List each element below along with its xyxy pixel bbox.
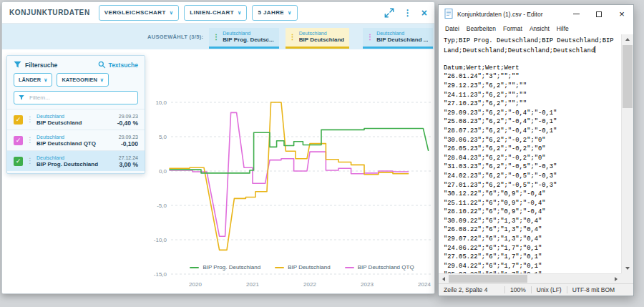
csv-text-line: "26.05.23";"6,2";"-0,2";"0" [444,145,620,154]
svg-text:2022: 2022 [303,281,316,288]
series-name: BIP Deutschland QTQ [36,140,96,147]
csv-text-line: "27.05.22";"6";"1,7";"0,1" [444,253,620,262]
toolbar-dropdown[interactable]: LINIEN-CHART∨ [184,5,247,21]
chip-series-name: BIP Deutschland ... [376,36,428,44]
filter-dropdown-kategorien[interactable]: KATEGORIEN∨ [57,73,109,87]
editor-title-bar: Konjunkturdaten (1).csv - Editor × [439,5,633,23]
toolbar-dropdown[interactable]: VERGLEICHSCHART∨ [99,5,180,21]
selected-series-chip[interactable]: ⋮DeutschlandBIP Deutschland ... [363,28,433,49]
legend-swatch [275,267,284,268]
series-value: -0,40 % [117,120,138,127]
expand-icon[interactable] [384,8,394,18]
search-icon [98,61,106,69]
filter-input[interactable] [28,94,133,102]
legend-item: BIP Prog. Deutschland [190,264,260,271]
scroll-left-icon[interactable] [439,274,449,283]
series-checkbox[interactable]: ✓ [14,115,23,125]
status-cell: Zeile 2, Spalte 4 [439,286,504,293]
scroll-down-icon[interactable] [622,263,633,273]
filter-input-wrap [14,91,138,104]
kebab-menu-icon[interactable]: ⋮ [404,8,412,18]
selected-series-chip[interactable]: ⋮DeutschlandBIP Prog. Deutsc... [209,28,278,49]
item-kebab-icon[interactable]: ⋮ [26,157,34,165]
chip-kebab-icon[interactable]: ⋮ [213,34,220,41]
series-list-item[interactable]: ✓⋮DeutschlandBIP Prog. Deutschland27.12.… [7,150,145,171]
csv-text-line: "28.10.22";"6";"0,9";"-0,4" [444,208,620,217]
legend-swatch [190,267,199,268]
series-list-item[interactable]: ✓⋮DeutschlandBIP Deutschland QTQ29.09.23… [7,130,145,150]
series-name: BIP Prog. Deutschland [36,161,98,168]
status-cell: 100% [504,286,531,293]
chip-series-name: BIP Prog. Deutsc... [223,36,273,44]
svg-text:0,0: 0,0 [159,168,167,175]
series-checkbox[interactable]: ✓ [14,157,23,166]
series-date: 27.12.24 [119,155,138,161]
vertical-scroll-thumb[interactable] [623,45,633,108]
csv-text-line: "28.07.23";"6,2";"-0,4";"-0,1" [444,127,620,136]
chevron-down-icon: ∨ [288,10,292,15]
scroll-up-icon[interactable] [622,34,633,44]
svg-text:2020: 2020 [189,281,202,288]
legend-swatch [345,267,354,268]
chip-kebab-icon[interactable]: ⋮ [289,34,296,41]
selected-series-chip[interactable]: ⋮DeutschlandBIP Deutschland [286,28,349,49]
svg-text:2021: 2021 [246,281,259,288]
csv-text-line: "27.01.23";"6,2";"-0,5";"-0,3" [444,181,620,190]
csv-text-line: Land;Deutschland;Deutschland;Deutschland [444,46,620,55]
csv-text-line: "27.10.23";"6,2";"";"" [444,99,620,109]
chevron-down-icon: ∨ [170,10,174,15]
series-checkbox[interactable]: ✓ [14,136,23,145]
csv-text-line: "25.11.22";"6";"0,9";"-0,4" [444,199,620,208]
chevron-down-icon: ∨ [100,77,104,82]
series-country: Deutschland [36,155,98,161]
series-country: Deutschland [36,134,96,140]
legend-item: BIP Deutschland QTQ [345,264,414,271]
vertical-scrollbar[interactable] [621,34,633,273]
menu-hilfe[interactable]: Hilfe [553,25,572,32]
horizontal-scrollbar[interactable] [439,273,621,283]
scroll-right-icon[interactable] [611,274,621,283]
chip-kebab-icon[interactable]: ⋮ [366,34,374,41]
horizontal-scroll-thumb[interactable] [449,275,527,283]
text-search-tab[interactable]: Textsuche [98,61,138,69]
menu-ansicht[interactable]: Ansicht [526,25,553,32]
series-value: 3,00 % [119,161,138,168]
notepad-editor-window: Konjunkturdaten (1).csv - Editor × Datei… [438,4,634,296]
chip-series-name: BIP Deutschland [299,36,344,44]
csv-text-line: "24.11.23";"6,2";"";"" [444,91,620,100]
menu-datei[interactable]: Datei [441,25,463,32]
minimize-button[interactable] [565,5,587,23]
status-cell: UTF-8 mit BOM [567,286,620,293]
svg-text:-5,0: -5,0 [157,203,167,209]
toolbar-dropdown[interactable]: 5 JAHRE∨ [252,5,297,21]
item-kebab-icon[interactable]: ⋮ [26,137,34,144]
app-toolbar: KONJUNKTURDATEN VERGLEICHSCHART∨LINIEN-C… [2,2,434,24]
series-value: -0,100 [119,140,138,147]
menu-bearbeiten[interactable]: Bearbeiten [463,25,499,32]
close-button[interactable]: × [610,5,633,23]
csv-text-line: Typ;BIP Prog. Deutschland;BIP Deutschlan… [444,36,620,46]
series-list-item[interactable]: ✓⋮DeutschlandBIP Deutschland29.09.23-0,4… [7,109,145,130]
maximize-button[interactable] [587,5,610,23]
selected-count-label: AUSGEWÄHLT (3/5): [147,34,203,40]
filter-dropdown-länder[interactable]: LÄNDER∨ [14,73,52,87]
close-icon[interactable]: × [421,7,427,19]
funnel-icon [19,94,24,101]
text-caret [595,46,595,53]
editor-text-area[interactable]: Typ;BIP Prog. Deutschland;BIP Deutschlan… [439,34,621,273]
csv-text-line: "24.06.22";"6";"1,7";"0,1" [444,244,620,253]
csv-text-line: "29.07.22";"6";"1,3";"0,4" [444,235,620,244]
app-title: KONJUNKTURDATEN [9,9,90,16]
legend-item: BIP Deutschland [275,264,330,271]
chip-country: Deutschland [376,30,428,36]
csv-text-line: Datum;Wert;Wert;Wert [444,64,620,73]
csv-text-line: "30.06.23";"6,2";"-0,2";"0" [444,136,620,145]
chart-legend: BIP Prog. DeutschlandBIP DeutschlandBIP … [171,264,433,271]
csv-text-line: "29.09.23";"6,2";"-0,4";"-0,1" [444,109,620,118]
svg-text:-15,0: -15,0 [154,271,167,278]
item-kebab-icon[interactable]: ⋮ [26,116,34,123]
menu-format[interactable]: Format [499,25,526,32]
csv-text-line: "30.09.22";"6";"1,3";"0,4" [444,217,620,226]
svg-text:10,0: 10,0 [155,99,167,106]
series-country: Deutschland [36,113,82,120]
